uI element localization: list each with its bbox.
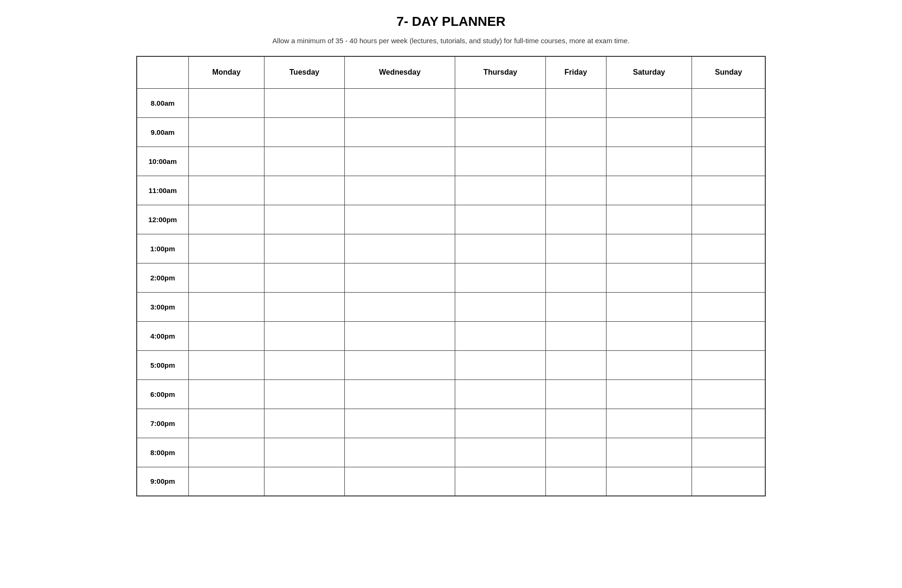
- cell-0-4[interactable]: [545, 88, 606, 117]
- cell-5-1[interactable]: [264, 234, 344, 263]
- cell-4-5[interactable]: [606, 205, 692, 234]
- cell-12-2[interactable]: [344, 438, 455, 467]
- cell-5-2[interactable]: [344, 234, 455, 263]
- cell-3-6[interactable]: [692, 176, 765, 205]
- cell-7-0[interactable]: [188, 292, 264, 321]
- cell-1-6[interactable]: [692, 117, 765, 147]
- cell-3-2[interactable]: [344, 176, 455, 205]
- cell-4-2[interactable]: [344, 205, 455, 234]
- cell-12-0[interactable]: [188, 438, 264, 467]
- cell-10-0[interactable]: [188, 379, 264, 409]
- header-row: MondayTuesdayWednesdayThursdayFridaySatu…: [137, 56, 765, 88]
- cell-10-5[interactable]: [606, 379, 692, 409]
- cell-2-2[interactable]: [344, 147, 455, 176]
- cell-0-0[interactable]: [188, 88, 264, 117]
- cell-11-4[interactable]: [545, 409, 606, 438]
- cell-8-0[interactable]: [188, 321, 264, 350]
- cell-9-3[interactable]: [455, 350, 545, 379]
- cell-0-6[interactable]: [692, 88, 765, 117]
- cell-6-3[interactable]: [455, 263, 545, 292]
- cell-11-0[interactable]: [188, 409, 264, 438]
- cell-5-6[interactable]: [692, 234, 765, 263]
- cell-1-4[interactable]: [545, 117, 606, 147]
- cell-12-6[interactable]: [692, 438, 765, 467]
- cell-12-1[interactable]: [264, 438, 344, 467]
- cell-6-4[interactable]: [545, 263, 606, 292]
- cell-4-3[interactable]: [455, 205, 545, 234]
- cell-12-4[interactable]: [545, 438, 606, 467]
- cell-10-3[interactable]: [455, 379, 545, 409]
- cell-5-0[interactable]: [188, 234, 264, 263]
- cell-2-5[interactable]: [606, 147, 692, 176]
- cell-4-4[interactable]: [545, 205, 606, 234]
- cell-2-4[interactable]: [545, 147, 606, 176]
- cell-7-5[interactable]: [606, 292, 692, 321]
- cell-7-6[interactable]: [692, 292, 765, 321]
- cell-10-1[interactable]: [264, 379, 344, 409]
- cell-8-2[interactable]: [344, 321, 455, 350]
- cell-5-5[interactable]: [606, 234, 692, 263]
- cell-10-6[interactable]: [692, 379, 765, 409]
- cell-7-2[interactable]: [344, 292, 455, 321]
- cell-9-4[interactable]: [545, 350, 606, 379]
- cell-12-5[interactable]: [606, 438, 692, 467]
- cell-13-3[interactable]: [455, 467, 545, 496]
- cell-8-3[interactable]: [455, 321, 545, 350]
- cell-0-3[interactable]: [455, 88, 545, 117]
- cell-2-1[interactable]: [264, 147, 344, 176]
- cell-6-5[interactable]: [606, 263, 692, 292]
- cell-13-0[interactable]: [188, 467, 264, 496]
- cell-6-6[interactable]: [692, 263, 765, 292]
- cell-4-0[interactable]: [188, 205, 264, 234]
- cell-1-0[interactable]: [188, 117, 264, 147]
- cell-5-3[interactable]: [455, 234, 545, 263]
- cell-3-3[interactable]: [455, 176, 545, 205]
- cell-9-6[interactable]: [692, 350, 765, 379]
- cell-4-1[interactable]: [264, 205, 344, 234]
- cell-8-1[interactable]: [264, 321, 344, 350]
- cell-6-1[interactable]: [264, 263, 344, 292]
- cell-11-6[interactable]: [692, 409, 765, 438]
- cell-8-5[interactable]: [606, 321, 692, 350]
- cell-9-2[interactable]: [344, 350, 455, 379]
- cell-7-4[interactable]: [545, 292, 606, 321]
- table-row: 10:00am: [137, 147, 765, 176]
- cell-1-3[interactable]: [455, 117, 545, 147]
- cell-12-3[interactable]: [455, 438, 545, 467]
- cell-1-1[interactable]: [264, 117, 344, 147]
- cell-11-1[interactable]: [264, 409, 344, 438]
- cell-0-5[interactable]: [606, 88, 692, 117]
- cell-8-6[interactable]: [692, 321, 765, 350]
- cell-13-1[interactable]: [264, 467, 344, 496]
- cell-11-5[interactable]: [606, 409, 692, 438]
- cell-10-4[interactable]: [545, 379, 606, 409]
- cell-0-1[interactable]: [264, 88, 344, 117]
- cell-6-2[interactable]: [344, 263, 455, 292]
- cell-6-0[interactable]: [188, 263, 264, 292]
- cell-11-3[interactable]: [455, 409, 545, 438]
- cell-9-1[interactable]: [264, 350, 344, 379]
- cell-9-0[interactable]: [188, 350, 264, 379]
- cell-4-6[interactable]: [692, 205, 765, 234]
- cell-3-5[interactable]: [606, 176, 692, 205]
- cell-1-2[interactable]: [344, 117, 455, 147]
- cell-3-1[interactable]: [264, 176, 344, 205]
- cell-2-0[interactable]: [188, 147, 264, 176]
- cell-2-3[interactable]: [455, 147, 545, 176]
- cell-13-4[interactable]: [545, 467, 606, 496]
- cell-7-3[interactable]: [455, 292, 545, 321]
- cell-11-2[interactable]: [344, 409, 455, 438]
- cell-2-6[interactable]: [692, 147, 765, 176]
- cell-13-6[interactable]: [692, 467, 765, 496]
- cell-13-2[interactable]: [344, 467, 455, 496]
- cell-0-2[interactable]: [344, 88, 455, 117]
- cell-1-5[interactable]: [606, 117, 692, 147]
- cell-7-1[interactable]: [264, 292, 344, 321]
- cell-10-2[interactable]: [344, 379, 455, 409]
- cell-13-5[interactable]: [606, 467, 692, 496]
- cell-3-4[interactable]: [545, 176, 606, 205]
- cell-8-4[interactable]: [545, 321, 606, 350]
- cell-5-4[interactable]: [545, 234, 606, 263]
- cell-9-5[interactable]: [606, 350, 692, 379]
- cell-3-0[interactable]: [188, 176, 264, 205]
